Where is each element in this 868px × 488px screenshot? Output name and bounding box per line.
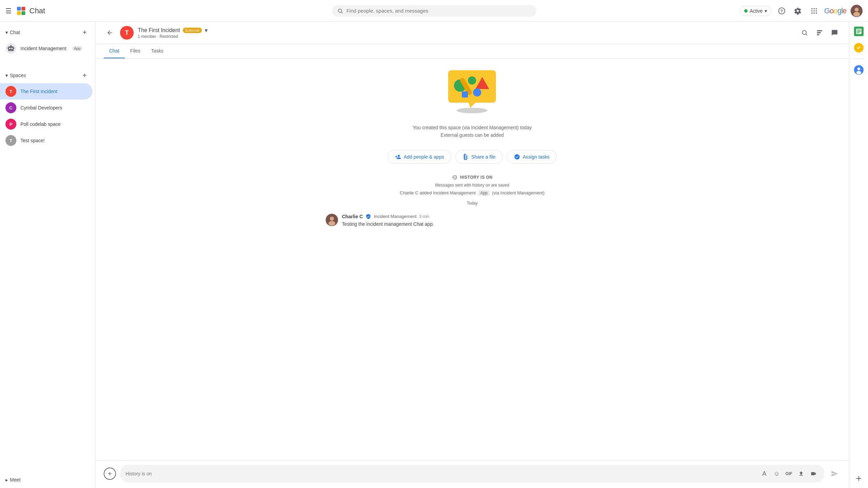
emoji-icon[interactable]: ☺ xyxy=(771,468,782,479)
user-avatar[interactable] xyxy=(851,5,863,17)
message-container: Charlie C Incident Management 3 min Test… xyxy=(326,214,619,228)
message-author: Charlie C xyxy=(342,214,363,219)
header-thread-icon[interactable] xyxy=(813,27,826,39)
meet-label: Meet xyxy=(10,477,20,483)
settings-icon[interactable] xyxy=(792,5,804,17)
sidebar: ▾ Chat + xyxy=(0,22,95,488)
svg-rect-2 xyxy=(17,7,21,11)
message-input-wrapper[interactable]: A ☺ GIF xyxy=(120,465,824,483)
app-badge: App xyxy=(72,46,83,51)
svg-point-35 xyxy=(457,108,487,113)
topbar-center xyxy=(128,5,740,17)
empty-line1: You created this space (via Incident Man… xyxy=(413,124,532,131)
sidebar-item-first-incident[interactable]: T The First Incident xyxy=(0,83,92,100)
robot-avatar-icon xyxy=(5,43,16,54)
text-format-icon[interactable]: A xyxy=(759,468,770,479)
tasks-sidebar-icon[interactable] xyxy=(852,41,866,55)
message-app-label: Incident Management xyxy=(374,214,416,219)
space-dropdown-icon[interactable]: ▾ xyxy=(205,27,208,34)
status-indicator[interactable]: Active ▾ xyxy=(740,6,771,16)
upload-icon[interactable] xyxy=(796,468,807,479)
sheets-sidebar-icon[interactable] xyxy=(852,25,866,38)
svg-point-53 xyxy=(856,71,861,74)
svg-point-15 xyxy=(815,10,817,12)
sidebar-item-incident-management[interactable]: Incident Management App xyxy=(0,40,92,57)
status-label: Active xyxy=(750,8,763,14)
svg-rect-5 xyxy=(21,11,25,15)
svg-point-21 xyxy=(853,12,860,16)
input-tools: A ☺ GIF xyxy=(759,468,819,479)
share-file-button[interactable]: Share a file xyxy=(455,150,503,164)
sidebar-item-cymbal-developers[interactable]: C Cymbal Developers xyxy=(0,100,92,116)
svg-point-43 xyxy=(330,217,334,221)
chat-header-right xyxy=(798,27,841,39)
status-chevron-icon: ▾ xyxy=(765,8,767,14)
test-space-label: Test space! xyxy=(20,138,45,143)
svg-line-7 xyxy=(341,12,342,13)
svg-point-18 xyxy=(815,12,817,14)
incident-management-label: Incident Management xyxy=(20,46,67,51)
search-bar[interactable] xyxy=(332,5,536,17)
tab-tasks[interactable]: Tasks xyxy=(146,44,169,58)
space-avatar-first-incident: T xyxy=(5,86,16,97)
svg-point-52 xyxy=(857,68,860,70)
meet-section-header[interactable]: ▸ Meet xyxy=(0,474,95,485)
header-chat-icon[interactable] xyxy=(828,27,841,39)
share-file-label: Share a file xyxy=(471,154,496,160)
add-sidebar-icon[interactable] xyxy=(852,472,866,485)
svg-point-17 xyxy=(813,12,815,14)
svg-rect-47 xyxy=(857,30,861,30)
new-space-button[interactable]: + xyxy=(79,70,90,80)
message-input[interactable] xyxy=(126,471,756,476)
new-chat-button[interactable]: + xyxy=(79,27,90,38)
video-call-icon[interactable] xyxy=(808,468,819,479)
svg-rect-49 xyxy=(857,32,859,33)
apps-grid-icon[interactable] xyxy=(808,5,820,17)
history-subtitle: Messages sent with history on are saved xyxy=(435,183,509,188)
topbar: ☰ Chat Active ▾ xyxy=(0,0,868,22)
chat-logo-icon xyxy=(16,5,27,16)
space-meta: 1 member · Restricted xyxy=(138,34,208,39)
svg-rect-4 xyxy=(17,11,21,15)
header-search-icon[interactable] xyxy=(798,27,811,39)
svg-rect-27 xyxy=(10,45,12,46)
chat-header: T The First Incident External ▾ 1 member… xyxy=(95,22,849,44)
main-layout: ▾ Chat + xyxy=(0,22,868,488)
chat-section-label: Chat xyxy=(10,30,20,35)
sidebar-item-test-space[interactable]: T Test space! xyxy=(0,132,92,149)
spaces-section-header[interactable]: ▾ Spaces + xyxy=(0,68,95,83)
chat-section-header[interactable]: ▾ Chat + xyxy=(0,25,95,40)
chat-illustration xyxy=(445,67,499,116)
space-header-avatar: T xyxy=(120,26,134,40)
topbar-left: ☰ Chat xyxy=(5,5,128,16)
chat-chevron-icon: ▾ xyxy=(5,30,8,35)
tab-chat[interactable]: Chat xyxy=(104,44,125,58)
chat-input-area: + A ☺ GIF xyxy=(95,460,849,488)
people-sidebar-icon[interactable] xyxy=(852,63,866,77)
space-avatar-test: T xyxy=(5,135,16,146)
add-attachment-button[interactable]: + xyxy=(104,468,116,480)
assign-tasks-label: Assign tasks xyxy=(523,154,550,160)
message-text: Testing the incident management Chat app… xyxy=(342,221,619,228)
empty-line2: External guests can be added xyxy=(413,131,532,139)
search-input[interactable] xyxy=(347,8,531,14)
send-button[interactable] xyxy=(828,468,841,480)
message-time: 3 min xyxy=(419,214,429,219)
assign-tasks-button[interactable]: Assign tasks xyxy=(507,150,557,164)
action-buttons: Add people & apps Share a file Assign ta… xyxy=(388,150,557,164)
chat-messages: You created this space (via Incident Man… xyxy=(95,59,849,460)
app-logo: Chat xyxy=(16,5,45,16)
back-button[interactable] xyxy=(104,27,116,39)
svg-point-16 xyxy=(811,12,813,14)
space-name: The First Incident xyxy=(138,27,180,33)
space-avatar-poll: P xyxy=(5,119,16,130)
hamburger-icon[interactable]: ☰ xyxy=(5,7,12,15)
add-people-button[interactable]: Add people & apps xyxy=(388,150,451,164)
system-message: Charlie C added Incident Management App … xyxy=(400,190,544,195)
tab-files[interactable]: Files xyxy=(125,44,146,58)
gif-icon[interactable]: GIF xyxy=(783,468,794,479)
svg-point-14 xyxy=(813,10,815,12)
help-icon[interactable]: ? xyxy=(776,5,788,17)
app-title: Chat xyxy=(29,6,45,15)
sidebar-item-poll-codelab[interactable]: P Poll codelab space xyxy=(0,116,92,132)
